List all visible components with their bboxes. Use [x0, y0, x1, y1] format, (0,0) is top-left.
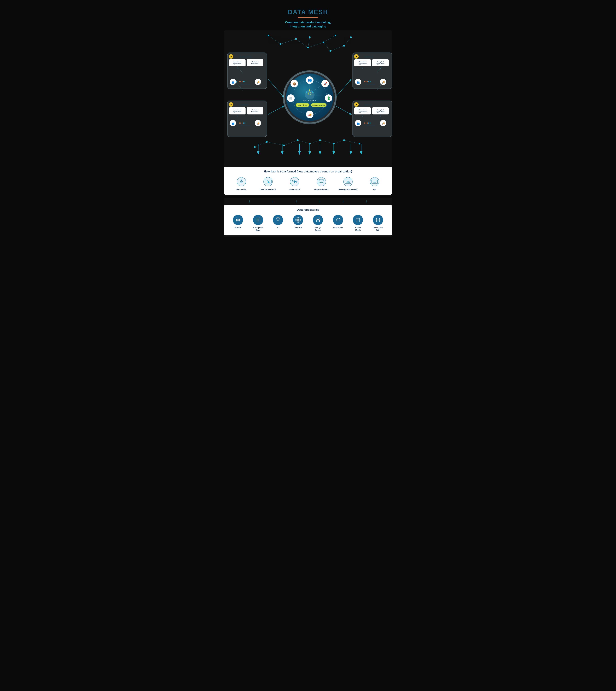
svg-text:Applications: Applications: [358, 111, 367, 113]
down-arrow-4: ↓: [319, 199, 321, 203]
svg-point-36: [254, 146, 256, 148]
svg-rect-217: [258, 220, 260, 222]
svg-text:🚚: 🚚: [308, 113, 312, 117]
svg-rect-201: [346, 182, 347, 183]
svg-point-119: [243, 122, 244, 124]
log-based-label: Log-Based Data: [314, 188, 329, 191]
transform-title: How data is transformed (how data moves …: [228, 170, 388, 173]
svg-point-120: [244, 122, 245, 124]
svg-point-10: [268, 35, 269, 37]
svg-text:Applications: Applications: [358, 63, 367, 65]
svg-point-12: [295, 38, 297, 40]
stream-data-icon: [289, 177, 300, 187]
svg-text:👥: 👥: [232, 122, 235, 125]
svg-point-96: [242, 81, 243, 82]
svg-text:SERVICE: SERVICE: [365, 56, 374, 58]
transform-icons-row: ⚙ ⚙ Batch Data: [228, 177, 388, 191]
social-media-label: Social Media: [355, 226, 361, 231]
svg-point-164: [370, 122, 371, 124]
svg-text:Data Governance: Data Governance: [312, 104, 325, 106]
svg-point-71: [306, 91, 307, 93]
svg-text:💲: 💲: [327, 96, 331, 101]
svg-point-162: [367, 122, 368, 124]
enterprise-apps-label: Enterprise Apps: [254, 226, 263, 231]
svg-text:Analytical: Analytical: [252, 109, 258, 111]
svg-text:SALES: SALES: [365, 104, 372, 106]
svg-point-141: [368, 81, 369, 82]
log-based-icon: ↻: [316, 177, 327, 187]
svg-point-218: [278, 219, 279, 220]
nosql-label: NoSQL Stores: [315, 226, 321, 231]
svg-point-43: [343, 139, 345, 141]
iot-label: IoT: [277, 226, 280, 229]
svg-point-70: [312, 91, 313, 93]
svg-point-139: [366, 81, 367, 82]
svg-point-140: [367, 81, 368, 82]
svg-text:Operational: Operational: [234, 109, 241, 111]
svg-rect-202: [347, 181, 348, 183]
svg-text:MARKETING: MARKETING: [239, 56, 252, 58]
svg-point-11: [280, 43, 281, 45]
svg-text:🚚: 🚚: [257, 81, 260, 84]
batch-data-label: Batch Data: [237, 188, 246, 191]
svg-point-237: [316, 218, 320, 220]
svg-text:Data Privacy: Data Privacy: [298, 104, 307, 106]
svg-text:↑: ↑: [362, 115, 363, 117]
svg-point-94: [239, 81, 240, 82]
svg-rect-109: [247, 107, 263, 114]
svg-text:Data Products: Data Products: [241, 125, 250, 127]
svg-point-98: [244, 81, 245, 82]
svg-text:DATA MESH: DATA MESH: [303, 99, 316, 102]
svg-text:Applications: Applications: [376, 111, 385, 113]
svg-text:✦: ✦: [355, 104, 357, 106]
svg-text:🚀: 🚀: [323, 82, 327, 86]
svg-text:👥: 👥: [232, 81, 235, 84]
iot-item: IoT: [268, 215, 288, 229]
svg-point-117: [240, 122, 241, 124]
title-divider: [298, 17, 318, 18]
svg-point-14: [309, 37, 311, 38]
svg-rect-153: [372, 107, 389, 114]
svg-text:📦: 📦: [292, 82, 296, 86]
svg-point-95: [240, 81, 241, 82]
enterprise-apps-item: Enterprise Apps: [248, 215, 268, 231]
svg-text:↑: ↑: [237, 67, 238, 69]
data-virtualization-item: Data Virtualization: [255, 177, 281, 191]
svg-rect-106: [229, 107, 245, 114]
svg-text:Data Products: Data Products: [366, 125, 375, 127]
api-item: API API: [361, 177, 388, 191]
repositories-title: Data repositories: [228, 208, 388, 211]
iot-icon: [273, 215, 283, 225]
svg-text:↑: ↑: [255, 115, 256, 117]
svg-rect-204: [349, 181, 350, 183]
nosql-icon: [313, 215, 323, 225]
svg-text:Operational: Operational: [359, 61, 366, 63]
saas-apps-item: SaaS Apps: [328, 215, 348, 229]
svg-text:Applications: Applications: [251, 111, 260, 113]
svg-line-235: [297, 219, 298, 220]
svg-text:👥: 👥: [357, 122, 360, 125]
svg-point-220: [298, 219, 299, 221]
svg-rect-128: [354, 59, 371, 66]
svg-rect-146: [353, 101, 392, 137]
svg-text:👥: 👥: [308, 78, 312, 82]
down-arrow-2: ↓: [272, 199, 274, 203]
rdbms-item: RDBMS: [228, 215, 248, 229]
diagram-svg: 👥 🚀 💲 🚚 🛒 📦: [224, 30, 392, 164]
svg-rect-84: [229, 59, 245, 66]
svg-point-17: [335, 35, 336, 37]
data-lakes-label: Data Lakes/ DWH: [373, 226, 383, 231]
svg-text:✦: ✦: [230, 104, 232, 106]
svg-text:✦: ✦: [230, 55, 232, 58]
saas-apps-icon: [333, 215, 343, 225]
svg-text:Operational: Operational: [359, 109, 366, 111]
svg-point-221: [298, 217, 299, 219]
svg-text:↑: ↑: [362, 67, 363, 69]
svg-point-228: [296, 221, 297, 222]
header-subtitle: Common data product modeling,integration…: [222, 20, 394, 29]
svg-point-225: [299, 218, 300, 219]
down-arrow-5: ↓: [342, 199, 344, 203]
svg-point-223: [298, 222, 299, 223]
svg-text:↑: ↑: [255, 67, 256, 69]
svg-point-161: [366, 122, 367, 124]
